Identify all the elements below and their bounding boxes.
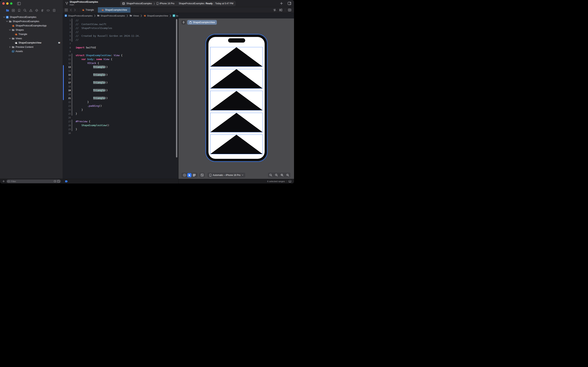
folder-fill-icon[interactable]: [6, 9, 9, 12]
zoom-fit-button[interactable]: [281, 174, 284, 176]
bookmark-icon[interactable]: [17, 9, 21, 12]
test-diamond-icon[interactable]: [35, 9, 38, 12]
navigator-row-views[interactable]: Views: [0, 36, 63, 41]
code-line-26[interactable]: 26: [63, 116, 178, 120]
code-line-10[interactable]: 10struct ShapeExamplesView: View {: [63, 53, 178, 57]
xcode-cloud-icon[interactable]: [12, 9, 15, 12]
navigator-row-assets[interactable]: Assets: [0, 49, 63, 53]
variants-mode-button[interactable]: [193, 174, 196, 177]
code-line-11[interactable]: 11 var body: some View {: [63, 57, 178, 61]
disclosure-down-icon[interactable]: [8, 37, 11, 40]
disclosure-down-icon[interactable]: [3, 16, 5, 18]
code-line-5[interactable]: 5// Created by Russell Gordon on 2024-11…: [63, 34, 178, 38]
navigator-row-shapeprotocolexamples[interactable]: ShapeProtocolExamples: [0, 19, 63, 24]
zoom-out-button[interactable]: [269, 174, 272, 176]
preview-settings-button[interactable]: [199, 172, 205, 178]
scheme-name[interactable]: ShapeProtocolExamples: [126, 2, 152, 5]
code-line-15[interactable]: 15 Triangle(): [63, 73, 178, 77]
code-line-18[interactable]: 18: [63, 84, 178, 88]
navigator-row-shapeexamplesview[interactable]: ShapeExamplesViewM: [0, 41, 63, 45]
filter-input[interactable]: Filter: [6, 179, 61, 183]
device-bezels-icon[interactable]: [289, 180, 291, 183]
close-window-button[interactable]: [2, 2, 5, 5]
editor-tab-shapeexamplesview[interactable]: ShapeExamplesView: [98, 7, 131, 13]
minimize-window-button[interactable]: [6, 2, 8, 5]
breakpoint-tag-icon[interactable]: [47, 9, 50, 12]
search-icon[interactable]: [23, 9, 27, 12]
editor-options-icon[interactable]: [279, 8, 282, 12]
report-icon[interactable]: [52, 9, 56, 12]
code-line-6[interactable]: 6//: [63, 38, 178, 42]
iphone-preview-device[interactable]: [206, 34, 267, 161]
code-line-19[interactable]: 19 Triangle(): [63, 88, 178, 92]
code-line-4[interactable]: 4//: [63, 30, 178, 34]
selectable-mode-button[interactable]: [187, 173, 192, 177]
code-line-30[interactable]: 30: [63, 131, 178, 135]
code-review-icon[interactable]: [273, 8, 276, 12]
code-line-8[interactable]: 8import SwiftUI: [63, 46, 178, 50]
code-line-24[interactable]: 24 }: [63, 108, 178, 112]
zoom-window-button[interactable]: [10, 2, 12, 5]
code-line-3[interactable]: 3// ShapeProtocolExamples: [63, 26, 178, 30]
disclosure-right-icon[interactable]: [8, 46, 11, 48]
code-line-2[interactable]: 2// ContentView.swift: [63, 22, 178, 26]
navigator-toggle-icon[interactable]: [17, 2, 21, 5]
add-editor-icon[interactable]: [288, 8, 291, 12]
preview-screen[interactable]: [209, 37, 265, 159]
related-items-icon[interactable]: [65, 8, 68, 11]
code-line-9[interactable]: 9: [63, 50, 178, 53]
code-line-16[interactable]: 16: [63, 77, 178, 81]
code-line-23[interactable]: 23 .padding(): [63, 104, 178, 108]
disclosure-down-icon[interactable]: [8, 29, 11, 31]
code-line-7[interactable]: 7: [63, 42, 178, 46]
navigator-row-triangle[interactable]: Triangle: [0, 32, 63, 36]
pin-preview-button[interactable]: [181, 20, 186, 25]
inspector-toggle-icon[interactable]: [288, 1, 291, 5]
breakpoint-indicator-icon[interactable]: [65, 180, 68, 182]
breadcrumb-views[interactable]: Views: [129, 14, 139, 17]
code-line-20[interactable]: 20: [63, 92, 178, 96]
live-preview-button[interactable]: [183, 174, 186, 177]
navigator-row-shapes[interactable]: Shapes: [0, 28, 63, 32]
navigator-row-shapeprotocolexamples[interactable]: ShapeProtocolExamples: [0, 15, 63, 19]
triangle-view-3[interactable]: [210, 91, 263, 110]
scheme-bar[interactable]: ShapeProtocolExamples ❭ iPhone 16 Pro Sh…: [120, 1, 236, 6]
source-editor[interactable]: 1//2// ContentView.swift3// ShapeProtoco…: [63, 18, 178, 179]
go-back-icon[interactable]: [70, 9, 72, 11]
add-file-button[interactable]: [2, 180, 5, 183]
breadcrumb-shapeprotocolexamples[interactable]: ShapeProtocolExamples: [97, 14, 125, 17]
warning-icon[interactable]: [29, 9, 33, 12]
go-forward-icon[interactable]: [74, 9, 76, 11]
code-line-12[interactable]: 12 VStack {: [63, 61, 178, 65]
code-line-22[interactable]: 22 }: [63, 100, 178, 104]
zoom-100-button[interactable]: [275, 174, 278, 176]
code-line-27[interactable]: 27#Preview {: [63, 120, 178, 124]
triangle-view-5[interactable]: [210, 134, 263, 154]
triangle-view-2[interactable]: [210, 69, 263, 89]
editor-scrollbar[interactable]: [176, 19, 177, 158]
editor-tab-triangle[interactable]: Triangle: [78, 7, 98, 13]
code-line-1[interactable]: 1//: [63, 18, 178, 22]
navigator-row-preview-content[interactable]: Preview Content: [0, 45, 63, 49]
preview-view-chip[interactable]: ShapeExamplesView: [187, 20, 217, 25]
source-control-filter-icon[interactable]: [57, 180, 60, 183]
triangle-view-1[interactable]: [210, 47, 263, 67]
disclosure-down-icon[interactable]: [6, 20, 8, 23]
add-button[interactable]: [280, 1, 283, 5]
navigator-row-shapeprotocolexamplesapp[interactable]: ShapeProtocolExamplesApp: [0, 24, 63, 28]
code-line-21[interactable]: 21 Triangle(): [63, 96, 178, 100]
code-line-17[interactable]: 17 Triangle(): [63, 81, 178, 84]
run-destination[interactable]: iPhone 16 Pro: [160, 2, 174, 5]
breadcrumb-shapeexamplesview[interactable]: ShapeExamplesView: [143, 14, 168, 17]
breadcrumb-shapeprotocolexamples[interactable]: ShapeProtocolExamples: [65, 14, 92, 17]
debug-spray-icon[interactable]: [41, 9, 44, 12]
preview-device-picker[interactable]: Automatic – iPhone 16 Pro: [207, 172, 246, 178]
code-line-29[interactable]: 29}: [63, 127, 178, 131]
code-line-25[interactable]: 25}: [63, 112, 178, 116]
code-line-28[interactable]: 28 ShapeExamplesView(): [63, 124, 178, 127]
recent-files-icon[interactable]: [54, 180, 56, 183]
zoom-in-button[interactable]: [286, 174, 289, 176]
code-line-14[interactable]: 14: [63, 69, 178, 73]
code-line-13[interactable]: 13 Triangle(): [63, 65, 178, 69]
triangle-view-4[interactable]: [210, 113, 263, 132]
